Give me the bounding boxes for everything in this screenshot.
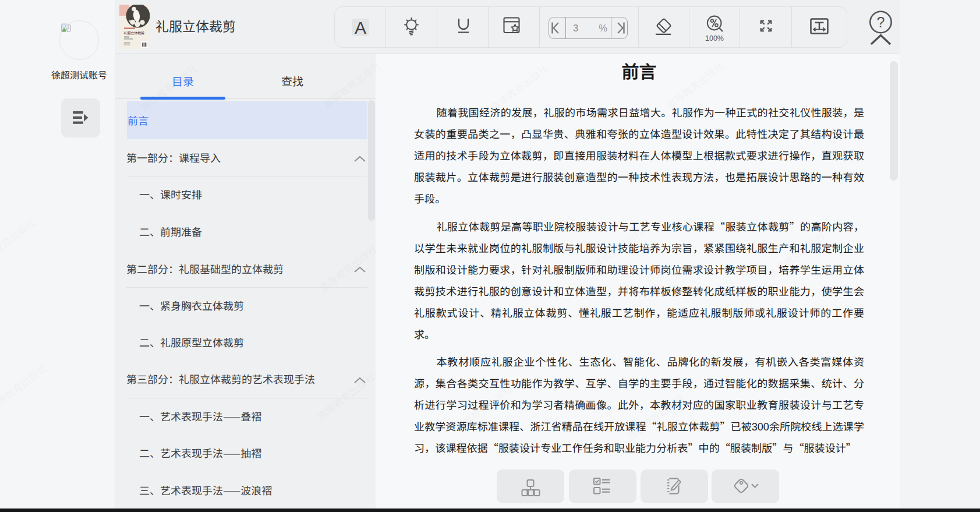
svg-text:礼服立体裁剪: 礼服立体裁剪 [124,30,144,36]
svg-text:?: ? [877,14,885,30]
